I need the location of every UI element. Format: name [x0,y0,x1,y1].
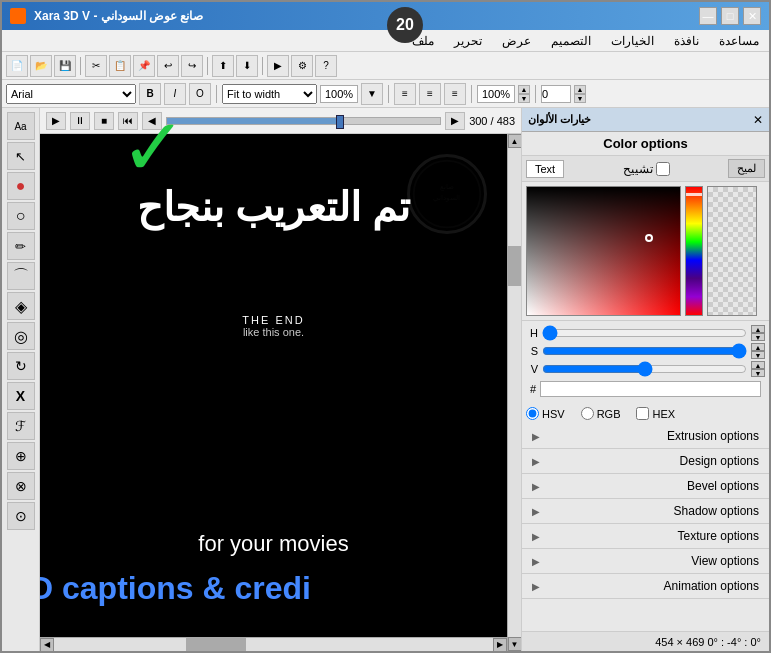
cut-button[interactable]: ✂ [85,55,107,77]
stop-button[interactable]: ■ [94,112,114,130]
h-down[interactable]: ▼ [751,333,765,341]
tool-ring[interactable]: ○ [7,202,35,230]
angle-down[interactable]: ▼ [574,94,586,103]
tool-pen[interactable]: ✏ [7,232,35,260]
design-options-item[interactable]: ▶ Design options [522,449,769,474]
progress-bar[interactable] [166,117,441,125]
tool-effect1[interactable]: ℱ [7,412,35,440]
tool-circle[interactable]: ● [7,172,35,200]
canvas[interactable]: صانع السوداني تم التعريب بنجاح THE END l… [40,134,507,637]
minimize-button[interactable]: — [699,7,717,25]
hex-checkbox[interactable] [636,407,649,420]
tool-rotate[interactable]: ↻ [7,352,35,380]
menu-options[interactable]: الخيارات [605,33,660,49]
tool-shape1[interactable]: ◈ [7,292,35,320]
zoom2-input[interactable] [477,85,515,103]
progress-thumb[interactable] [336,115,344,129]
menu-help[interactable]: مساعدة [713,33,765,49]
menu-window[interactable]: نافذة [668,33,705,49]
window-controls: — □ ✕ [699,7,761,25]
tool-effect3[interactable]: ⊗ [7,472,35,500]
pause-button[interactable]: ⏸ [70,112,90,130]
redo-button[interactable]: ↪ [181,55,203,77]
h-up[interactable]: ▲ [751,325,765,333]
menu-edit[interactable]: تحرير [448,33,488,49]
tool-effect4[interactable]: ⊙ [7,502,35,530]
bevel-options-item[interactable]: ▶ Bevel options [522,474,769,499]
menu-view[interactable]: عرض [496,33,537,49]
tool-effect2[interactable]: ⊕ [7,442,35,470]
menu-design[interactable]: التصميم [545,33,597,49]
s-slider[interactable] [542,344,747,358]
vscroll-thumb[interactable] [508,246,521,286]
outline-button[interactable]: O [189,83,211,105]
v-slider[interactable] [542,362,747,376]
tashkeel-checkbox[interactable] [656,162,670,176]
paste-button[interactable]: 📌 [133,55,155,77]
color-gradient[interactable] [526,186,681,316]
zoom1-input[interactable] [320,85,358,103]
tool-arrow[interactable]: ↖ [7,142,35,170]
hue-strip[interactable] [685,186,703,316]
font-selector[interactable]: Arial [6,84,136,104]
h-slider[interactable] [542,326,747,340]
zoom-down[interactable]: ▼ [518,94,530,103]
hscroll-track[interactable] [54,638,493,651]
rgb-radio[interactable] [581,407,594,420]
tool-x[interactable]: X [7,382,35,410]
close-button[interactable]: ✕ [743,7,761,25]
play-button[interactable]: ▶ [46,112,66,130]
copy-button[interactable]: 📋 [109,55,131,77]
zoom-up[interactable]: ▲ [518,85,530,94]
tab-text[interactable]: Text [526,160,564,178]
panel-close-button[interactable]: ✕ [753,113,763,127]
v-up[interactable]: ▲ [751,361,765,369]
hscroll-thumb[interactable] [186,638,246,651]
settings-button[interactable]: ⚙ [291,55,313,77]
align-left-button[interactable]: ≡ [394,83,416,105]
save-button[interactable]: 💾 [54,55,76,77]
vscroll-track[interactable] [508,148,521,637]
view-options-item[interactable]: ▶ View options [522,549,769,574]
watermark: صانع السوداني [407,154,487,234]
angle-up[interactable]: ▲ [574,85,586,94]
hash-row: # [526,379,765,399]
zoom1-btn[interactable]: ▼ [361,83,383,105]
help-button[interactable]: ? [315,55,337,77]
bold-button[interactable]: B [139,83,161,105]
shadow-options-item[interactable]: ▶ Shadow options [522,499,769,524]
tool-shape2[interactable]: ◎ [7,322,35,350]
tool-text[interactable]: Aa [7,112,35,140]
next-frame-button[interactable]: ▶ [445,112,465,130]
italic-button[interactable]: I [164,83,186,105]
undo-button[interactable]: ↩ [157,55,179,77]
extrusion-options-item[interactable]: ▶ Extrusion options [522,424,769,449]
scroll-up-button[interactable]: ▲ [508,134,522,148]
v-down[interactable]: ▼ [751,369,765,377]
import-button[interactable]: ⬆ [212,55,234,77]
align-center-button[interactable]: ≡ [419,83,441,105]
hex-input[interactable] [540,381,761,397]
scroll-down-button[interactable]: ▼ [508,637,522,651]
main-area: Aa ↖ ● ○ ✏ ⌒ ◈ ◎ ↻ X ℱ ⊕ ⊗ ⊙ ▶ ⏸ ■ ⏮ ◀ [2,108,769,651]
fit-to-width-select[interactable]: Fit to width [222,84,317,104]
s-up[interactable]: ▲ [751,343,765,351]
open-button[interactable]: 📂 [30,55,52,77]
hex-radio-group: HEX [636,407,675,420]
v-arrows: ▲ ▼ [751,361,765,377]
align-right-button[interactable]: ≡ [444,83,466,105]
new-button[interactable]: 📄 [6,55,28,77]
maximize-button[interactable]: □ [721,7,739,25]
animation-options-item[interactable]: ▶ Animation options [522,574,769,599]
tab-lamic[interactable]: لميح [728,159,765,178]
scroll-right-button[interactable]: ▶ [493,638,507,652]
scroll-left-button[interactable]: ◀ [40,638,54,652]
tool-bezier[interactable]: ⌒ [7,262,35,290]
export-button[interactable]: ⬇ [236,55,258,77]
angle-input[interactable] [541,85,571,103]
preview-button[interactable]: ▶ [267,55,289,77]
hsv-radio[interactable] [526,407,539,420]
s-down[interactable]: ▼ [751,351,765,359]
texture-options-item[interactable]: ▶ Texture options [522,524,769,549]
alpha-checker[interactable] [707,186,757,316]
